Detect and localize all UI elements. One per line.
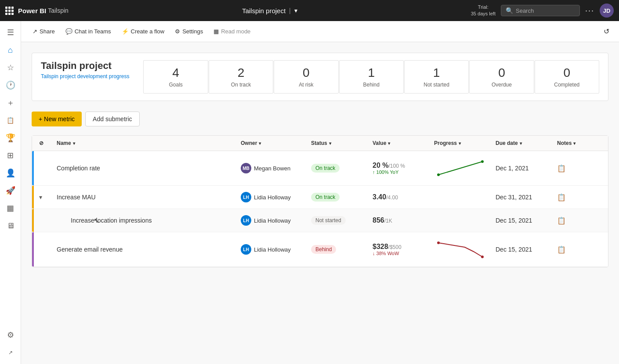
notes-icon[interactable]: 📋	[557, 246, 566, 253]
owner-avatar: MB	[241, 163, 251, 173]
status-badge: On track	[311, 193, 340, 202]
value-cell: 856/1K	[373, 216, 434, 224]
cursor-area: ↖	[94, 216, 99, 225]
sidebar-item-favorites[interactable]: ☆	[3, 60, 18, 76]
svg-point-0	[437, 173, 440, 176]
col-header-status[interactable]: Status ▾	[311, 140, 373, 146]
owner-name: Lidia Holloway	[254, 194, 291, 201]
stat-card: 1Not started	[404, 60, 469, 94]
filter-icon-header[interactable]: ⊘	[39, 140, 57, 146]
table-row[interactable]: ↖ Increase location impressions LH Lidia…	[32, 209, 608, 232]
sidebar-item-home[interactable]: ⌂	[3, 42, 18, 58]
col-header-value[interactable]: Value ▾	[373, 140, 434, 146]
owner-name: Lidia Holloway	[254, 246, 291, 253]
stat-card: 0Completed	[535, 60, 599, 94]
expand-cell[interactable]: ▾	[39, 194, 57, 201]
stat-label: Not started	[412, 82, 461, 88]
col-header-owner[interactable]: Owner ▾	[241, 140, 311, 146]
svg-point-2	[437, 241, 440, 244]
search-box[interactable]: 🔍	[501, 5, 580, 16]
progress-cell	[434, 157, 496, 179]
notes-icon[interactable]: 📋	[557, 217, 566, 224]
metric-name-cell: Increase MAU 💬 ✏ ⋯	[57, 194, 241, 201]
owner-avatar: LH	[241, 192, 251, 202]
col-header-name[interactable]: Name ▾	[57, 140, 241, 146]
add-submetric-button[interactable]: Add submetric	[85, 112, 139, 126]
settings-button[interactable]: ⚙ Settings	[170, 25, 207, 37]
value-trend: ↓ 38% WoW	[373, 251, 434, 256]
refresh-button[interactable]: ↺	[601, 25, 612, 38]
avatar-initials: JD	[603, 7, 611, 14]
table-row[interactable]: ▾ Increase MAU 💬 ✏ ⋯ LH Lidia Holloway	[32, 186, 608, 209]
owner-cell: LH Lidia Holloway	[241, 192, 311, 202]
share-button[interactable]: ↗ Share	[28, 25, 59, 37]
stat-value: 1	[412, 66, 461, 80]
notes-icon[interactable]: 📋	[557, 165, 566, 172]
status-cell: Behind	[311, 245, 373, 254]
sidebar-item-table[interactable]: ▦	[3, 200, 18, 216]
sidebar-item-hamburger[interactable]: ☰	[3, 25, 18, 40]
metric-actions: + New metric Add submetric	[32, 112, 608, 126]
value-trend: ↑ 100% YoY	[373, 169, 434, 175]
row-indicator	[32, 209, 34, 232]
content-area: Tailspin project Tailspin project develo…	[21, 42, 619, 278]
read-mode-button[interactable]: ▦ Read mode	[209, 25, 255, 37]
sidebar-item-org[interactable]: ⚙	[3, 327, 18, 343]
create-flow-button[interactable]: ⚡ Create a flow	[117, 25, 169, 37]
notes-cell[interactable]: 📋	[557, 245, 601, 254]
stat-label: At risk	[281, 82, 331, 88]
notes-cell[interactable]: 📋	[557, 216, 601, 225]
new-metric-button[interactable]: + New metric	[32, 112, 82, 126]
stat-cards: 4Goals2On track0At risk1Behind1Not start…	[143, 60, 599, 94]
sidebar-item-external[interactable]: ↗	[3, 345, 18, 360]
status-badge: Behind	[311, 245, 336, 254]
col-header-due-date[interactable]: Due date ▾	[496, 140, 557, 146]
value-main: 3.40/4.00	[373, 193, 434, 201]
settings-icon: ⚙	[175, 28, 180, 35]
chat-teams-button[interactable]: 💬 Chat in Teams	[61, 25, 116, 37]
metric-name: Completion rate	[57, 165, 100, 172]
row-indicator	[32, 186, 34, 209]
status-cell: On track	[311, 164, 373, 173]
metrics-table: ⊘ Name ▾ Owner ▾ Status ▾ Va	[32, 135, 608, 267]
sidebar-item-dashboard[interactable]: ⊞	[3, 148, 18, 163]
stat-label: Goals	[151, 82, 200, 88]
project-nav-title: Tailspin project	[242, 7, 286, 14]
notes-cell[interactable]: 📋	[557, 164, 601, 173]
sidebar-item-people[interactable]: 👤	[3, 165, 18, 181]
table-row[interactable]: Completion rate MB Megan Bowen On track …	[32, 151, 608, 186]
more-options-button[interactable]: ···	[585, 6, 594, 15]
owner-avatar: LH	[241, 215, 251, 226]
col-header-notes[interactable]: Notes ▾	[557, 140, 601, 146]
col-header-progress[interactable]: Progress ▾	[434, 140, 496, 146]
sort-owner-icon: ▾	[259, 141, 261, 146]
app-grid-icon[interactable]	[5, 7, 14, 15]
stat-label: Overdue	[477, 82, 526, 88]
sidebar-item-recents[interactable]: 🕐	[3, 77, 18, 93]
notes-icon[interactable]: 📋	[557, 194, 566, 201]
sidebar-item-browse[interactable]: 📋	[3, 112, 18, 128]
sidebar-item-create[interactable]: ＋	[3, 95, 18, 111]
metric-name: Increase MAU	[57, 194, 96, 201]
project-dropdown[interactable]: ▾	[294, 7, 297, 14]
sidebar-item-launch[interactable]: 🚀	[3, 183, 18, 198]
notes-cell[interactable]: 📋	[557, 193, 601, 202]
avatar[interactable]: JD	[600, 4, 614, 18]
status-cell: Not started	[311, 216, 373, 225]
progress-chart	[434, 157, 487, 179]
progress-chart	[434, 238, 487, 260]
expand-icon[interactable]: ▾	[39, 194, 42, 201]
sidebar-item-goals[interactable]: 🏆	[3, 130, 18, 146]
metric-name: Generate email revenue	[57, 246, 123, 253]
stat-value: 4	[151, 66, 200, 80]
metric-name-cell: Increase location impressions	[60, 217, 241, 224]
metric-name-cell: Generate email revenue	[57, 246, 241, 253]
table-row[interactable]: Generate email revenue LH Lidia Holloway…	[32, 232, 608, 267]
status-cell: On track	[311, 193, 373, 202]
sidebar-item-monitor[interactable]: 🖥	[3, 218, 18, 234]
search-input[interactable]	[516, 7, 575, 14]
stat-value: 2	[216, 66, 266, 80]
svg-point-1	[481, 160, 484, 163]
metric-name-cell: Completion rate	[57, 165, 241, 172]
workspace-name: Tailspin	[48, 7, 69, 14]
